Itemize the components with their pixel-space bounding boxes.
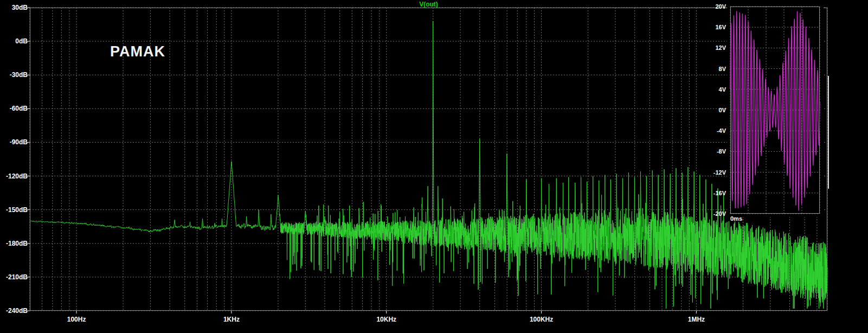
inset-y-axis-tick-label: 12V — [706, 44, 726, 51]
inset-y-axis-tick-label: -4V — [706, 127, 726, 134]
inset-y-axis-tick-label: 0V — [706, 107, 726, 113]
inset-y-axis-tick-label: 4V — [706, 86, 726, 93]
x-axis-tick-label: 1MHz — [688, 316, 705, 323]
annotation-pamak: PAMAK — [110, 43, 165, 60]
y-axis-tick-label: -30dB — [0, 71, 28, 79]
x-axis-tick-label: 10KHz — [376, 316, 396, 323]
inset-y-axis-tick-label: -8V — [706, 148, 726, 155]
y-axis-tick-label: -180dB — [0, 240, 28, 247]
inset-y-axis-tick-label: -16V — [706, 190, 726, 196]
y-axis-tick-label: -210dB — [0, 273, 28, 281]
y-axis-tick-label: -120dB — [0, 172, 28, 180]
y-axis-tick-label: 30dB — [0, 4, 28, 11]
inset-y-axis-tick-label: 16V — [706, 24, 726, 30]
y-axis-tick-label: -240dB — [0, 307, 28, 315]
x-axis-tick-label: 100Hz — [67, 316, 86, 323]
time-domain-inset-plot[interactable] — [727, 4, 824, 217]
inset-y-axis-tick-label: -12V — [706, 169, 726, 176]
inset-y-axis-tick-label: 20V — [706, 3, 726, 10]
y-axis-tick-label: -150dB — [0, 206, 28, 214]
y-axis-tick-label: -90dB — [0, 138, 28, 146]
inset-y-axis-tick-label: -20V — [706, 210, 726, 217]
x-axis-tick-label: 100KHz — [530, 316, 553, 323]
fft-trace-vout — [30, 21, 827, 309]
waveform-viewer-window: V(out) PAMAK 0ms 30dB0dB-30dB-60dB-90dB-… — [0, 0, 868, 333]
y-axis-tick-label: 0dB — [0, 37, 28, 45]
y-axis-tick-label: -60dB — [0, 105, 28, 112]
inset-y-axis-tick-label: 8V — [706, 66, 726, 72]
inset-x-axis-label: 0ms — [730, 215, 742, 222]
x-axis-tick-label: 1KHz — [223, 316, 240, 323]
